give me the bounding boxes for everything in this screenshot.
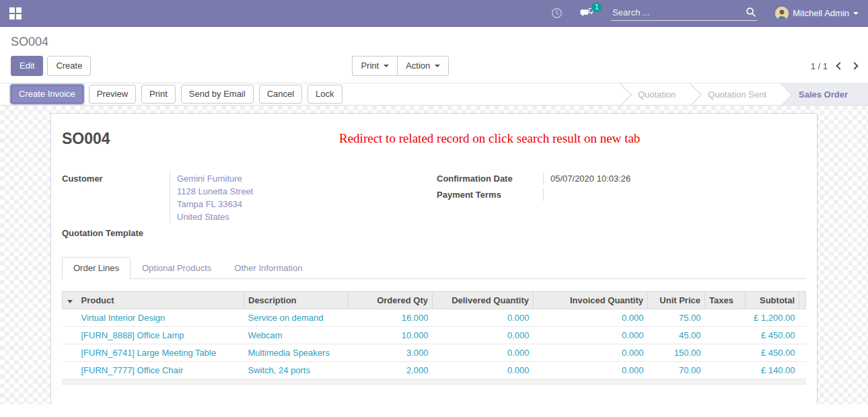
apps-menu-icon[interactable] [9, 7, 22, 20]
action-dropdown-label: Action [406, 60, 430, 72]
cell-product: Virtual Interior Design [77, 309, 244, 327]
cancel-button[interactable]: Cancel [259, 85, 302, 104]
confirmation-date-label: Confirmation Date [437, 172, 543, 185]
quotation-template-label: Quotation Template [62, 227, 170, 239]
print-dropdown-button[interactable]: Print [352, 56, 397, 76]
action-dropdown-button[interactable]: Action [397, 56, 449, 76]
chevron-down-icon [853, 12, 859, 15]
cell-invoiced-qty: 0.000 [534, 327, 648, 344]
cell-unit-price: 150.00 [648, 344, 705, 362]
col-taxes[interactable]: Taxes [705, 292, 746, 309]
cell-delivered-qty: 0.000 [433, 362, 534, 379]
col-product[interactable]: Product [77, 292, 244, 309]
table-row[interactable]: [FURN_7777] Office Chair Switch, 24 port… [63, 362, 806, 379]
notebook-tabs: Order Lines Optional Products Other Info… [62, 257, 806, 279]
edit-button[interactable]: Edit [11, 56, 43, 76]
activities-clock-icon[interactable] [551, 7, 563, 19]
tab-other-information[interactable]: Other Information [223, 257, 314, 279]
table-row[interactable]: [FURN_8888] Office Lamp Webcam 10.000 0.… [63, 327, 806, 344]
order-totals: Untaxed Amount: £ 2,240.00 [62, 402, 806, 404]
lock-button[interactable]: Lock [308, 85, 342, 104]
untaxed-amount-label: Untaxed Amount: [659, 402, 732, 404]
pager-next-icon[interactable] [851, 62, 858, 69]
breadcrumb: SO004 [11, 35, 857, 49]
search-icon[interactable] [746, 7, 756, 17]
status-pipeline: Quotation Quotation Sent Sales Order [620, 83, 868, 105]
print-button[interactable]: Print [141, 85, 176, 104]
pager: 1 / 1 [811, 61, 857, 71]
apps-square [9, 14, 15, 20]
col-unit-price[interactable]: Unit Price [648, 292, 705, 309]
cell-delivered-qty: 0.000 [433, 327, 534, 344]
table-header-row: Product Description Ordered Qty Delivere… [63, 292, 806, 309]
annotation-text: Redirect to related record on click sear… [339, 131, 640, 146]
cell-unit-price: 70.00 [648, 362, 705, 379]
send-by-email-button[interactable]: Send by Email [181, 85, 254, 104]
print-action-group: Print Action [352, 56, 449, 76]
cell-filler [799, 344, 806, 362]
cell-product: [FURN_7777] Office Chair [77, 362, 244, 379]
cell-invoiced-qty: 0.000 [534, 344, 648, 362]
payment-terms-field-row: Payment Terms [437, 188, 806, 201]
notebook: Order Lines Optional Products Other Info… [62, 257, 806, 404]
table-row[interactable]: [FURN_6741] Large Meeting Table Multimed… [63, 344, 806, 362]
column-toggle-header[interactable] [63, 292, 77, 309]
caret-down-icon [67, 300, 73, 303]
customer-name[interactable]: Gemini Furniture [177, 172, 425, 185]
create-invoice-button[interactable]: Create Invoice [11, 85, 83, 104]
preview-button[interactable]: Preview [89, 85, 136, 104]
pager-value[interactable]: 1 / 1 [811, 61, 828, 71]
pager-previous-icon[interactable] [836, 62, 843, 69]
customer-field-row: Customer Gemini Furniture 1128 Lunetta S… [62, 172, 425, 223]
customer-city: Tampa FL 33634 [177, 198, 425, 211]
content-area: SO004 Redirect to related record on clic… [0, 106, 868, 404]
user-name: Mitchell Admin [793, 8, 849, 18]
cell-filler [799, 362, 806, 379]
col-invoiced-quantity[interactable]: Invoiced Quantity [534, 292, 648, 309]
table-row[interactable]: Virtual Interior Design Service on deman… [63, 309, 806, 327]
navbar-right: 1 Mitchell Admin [551, 5, 859, 21]
order-lines-tab-content: Product Description Ordered Qty Delivere… [62, 279, 806, 404]
messages-icon[interactable]: 1 [580, 7, 593, 19]
col-ordered-qty[interactable]: Ordered Qty [349, 292, 433, 309]
customer-value[interactable]: Gemini Furniture 1128 Lunetta Street Tam… [170, 172, 425, 223]
col-subtotal[interactable]: Subtotal [746, 292, 799, 309]
stage-quotation-sent[interactable]: Quotation Sent [690, 83, 781, 105]
global-search [611, 5, 758, 21]
cell-taxes [705, 362, 746, 379]
cell-delivered-qty: 0.000 [433, 309, 534, 327]
cell-filler [799, 327, 806, 344]
apps-square [16, 14, 22, 20]
col-delivered-quantity[interactable]: Delivered Quantity [433, 292, 534, 309]
cell-product: [FURN_6741] Large Meeting Table [77, 344, 244, 362]
user-menu[interactable]: Mitchell Admin [775, 7, 859, 20]
search-input[interactable] [612, 7, 746, 17]
cell-ordered-qty: 16.000 [349, 309, 433, 327]
apps-square [16, 7, 22, 13]
right-field-group: Confirmation Date 05/07/2020 10:03:26 Pa… [437, 172, 806, 239]
col-description[interactable]: Description [244, 292, 349, 309]
row-handle-cell [63, 309, 77, 327]
quotation-template-field-row: Quotation Template [62, 227, 425, 239]
tab-optional-products[interactable]: Optional Products [131, 257, 223, 279]
cell-description: Multimedia Speakers [244, 344, 349, 362]
quotation-template-value[interactable] [170, 227, 425, 239]
payment-terms-value[interactable] [543, 188, 806, 201]
cell-invoiced-qty: 0.000 [534, 309, 648, 327]
cell-ordered-qty: 10.000 [349, 327, 433, 344]
form-sheet: SO004 Redirect to related record on clic… [50, 113, 818, 404]
create-button[interactable]: Create [47, 56, 91, 76]
customer-country: United States [177, 211, 425, 223]
untaxed-amount-value: £ 2,240.00 [732, 402, 806, 404]
cell-unit-price: 45.00 [648, 327, 705, 344]
cell-subtotal: £ 450.00 [746, 327, 799, 344]
customer-label: Customer [62, 172, 170, 223]
left-field-group: Customer Gemini Furniture 1128 Lunetta S… [62, 172, 425, 239]
cell-ordered-qty: 3.000 [349, 344, 433, 362]
statusbar-buttons: Create Invoice Preview Print Send by Ema… [11, 85, 342, 104]
tab-order-lines[interactable]: Order Lines [62, 257, 131, 279]
avatar [775, 7, 789, 20]
cell-taxes [705, 327, 746, 344]
stage-sales-order[interactable]: Sales Order [781, 83, 868, 105]
confirmation-date-value: 05/07/2020 10:03:26 [543, 172, 806, 185]
